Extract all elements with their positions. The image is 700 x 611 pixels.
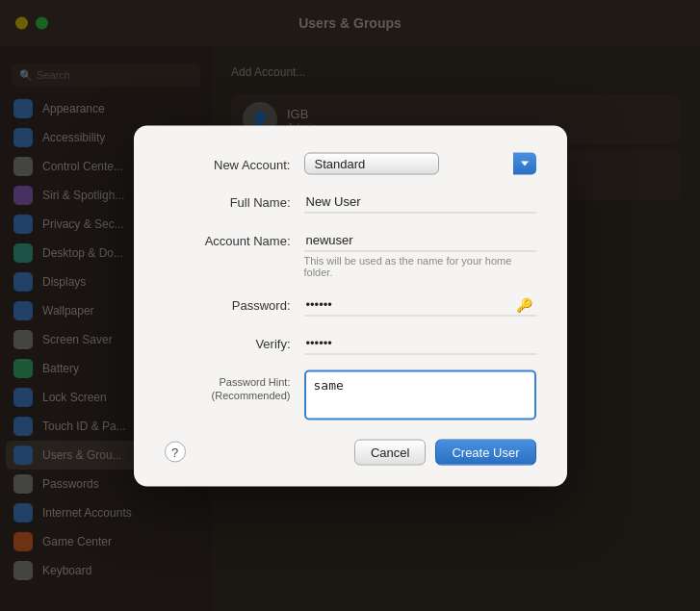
password-input[interactable] xyxy=(304,293,536,316)
verify-input[interactable] xyxy=(304,331,536,354)
new-account-row: New Account: Standard Administrator Shar… xyxy=(165,152,536,174)
account-type-select[interactable]: Standard Administrator Sharing Only xyxy=(304,152,439,174)
new-account-control: Standard Administrator Sharing Only xyxy=(304,152,536,174)
full-name-input[interactable] xyxy=(304,190,536,213)
password-hint-main-label: Password Hint: xyxy=(220,375,291,387)
dialog-footer: ? Cancel Create User xyxy=(165,439,536,465)
account-type-select-container[interactable]: Standard Administrator Sharing Only xyxy=(304,152,536,174)
password-label: Password: xyxy=(165,293,304,314)
full-name-label: Full Name: xyxy=(165,190,304,211)
password-hint-control: same xyxy=(304,369,536,420)
password-hint-row: Password Hint: (Recommended) same xyxy=(165,369,536,420)
full-name-control xyxy=(304,190,536,213)
password-hint-sub-label: (Recommended) xyxy=(212,389,291,400)
account-name-label: Account Name: xyxy=(165,228,304,249)
verify-row: Verify: xyxy=(165,331,536,354)
account-name-control: This will be used as the name for your h… xyxy=(304,228,536,277)
footer-actions: Cancel Create User xyxy=(354,439,536,465)
create-user-button[interactable]: Create User xyxy=(435,439,535,465)
password-hint-input[interactable]: same xyxy=(304,369,536,420)
new-user-dialog: New Account: Standard Administrator Shar… xyxy=(134,125,567,486)
account-name-input[interactable] xyxy=(304,228,536,251)
account-name-hint: This will be used as the name for your h… xyxy=(304,254,536,277)
password-control: 🔑 xyxy=(304,293,536,316)
password-reveal-button[interactable]: 🔑 xyxy=(516,296,532,312)
new-account-label: New Account: xyxy=(165,152,304,173)
password-wrapper: 🔑 xyxy=(304,293,536,316)
full-name-row: Full Name: xyxy=(165,190,536,213)
verify-control xyxy=(304,331,536,354)
cancel-button[interactable]: Cancel xyxy=(354,439,426,465)
password-row: Password: 🔑 xyxy=(165,293,536,316)
select-arrow-icon xyxy=(513,152,536,174)
help-icon: ? xyxy=(171,445,178,459)
verify-label: Verify: xyxy=(165,331,304,352)
account-name-row: Account Name: This will be used as the n… xyxy=(165,228,536,277)
help-button[interactable]: ? xyxy=(165,442,186,463)
password-hint-label: Password Hint: (Recommended) xyxy=(165,369,304,402)
